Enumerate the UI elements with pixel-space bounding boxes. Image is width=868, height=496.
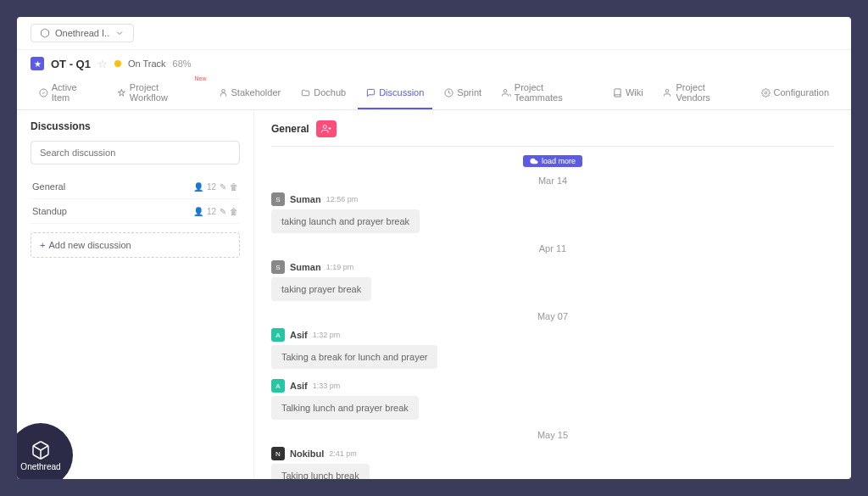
chevron-down-icon xyxy=(114,28,125,38)
user-plus-icon xyxy=(321,124,331,134)
discussion-item-standup[interactable]: Standup 👤12 ✎ 🗑 xyxy=(31,199,240,224)
folder-icon xyxy=(301,88,310,98)
chat-icon xyxy=(366,88,376,98)
discussion-item-general[interactable]: General 👤12 ✎ 🗑 xyxy=(31,175,240,199)
message: SSuman1:19 pm taking prayer break xyxy=(271,260,834,301)
workspace-name: Onethread I.. xyxy=(55,28,109,38)
delete-icon[interactable]: 🗑 xyxy=(230,182,238,192)
message-text: Taking lunch break xyxy=(271,464,370,479)
avatar: S xyxy=(271,192,285,206)
add-people-button[interactable] xyxy=(316,120,337,137)
load-more-button[interactable]: load more xyxy=(523,155,582,167)
date-divider: Apr 11 xyxy=(271,243,834,254)
project-header: ★ OT - Q1 ☆ On Track 68% xyxy=(17,50,851,74)
workflow-icon xyxy=(117,88,126,98)
channel-name: General xyxy=(271,123,309,135)
delete-icon[interactable]: 🗑 xyxy=(230,207,238,216)
avatar: A xyxy=(271,328,285,342)
tab-vendors[interactable]: Project Vendors xyxy=(655,77,749,109)
project-icon: ★ xyxy=(31,57,44,70)
main-panel: General load more Mar 14 SSuman12:56 pm … xyxy=(254,110,851,479)
edit-icon[interactable]: ✎ xyxy=(220,207,226,216)
gear-icon xyxy=(761,88,771,98)
avatar: S xyxy=(271,260,285,274)
svg-point-1 xyxy=(221,89,225,92)
message: SSuman12:56 pm taking launch and prayer … xyxy=(271,192,834,233)
sidebar: Discussions General 👤12 ✎ 🗑 Standup 👤12 … xyxy=(17,110,254,479)
date-divider: May 07 xyxy=(271,311,834,321)
tab-discussion[interactable]: Discussion xyxy=(358,77,432,109)
tab-stakeholder[interactable]: Stakeholder xyxy=(210,77,290,109)
tab-configuration[interactable]: Configuration xyxy=(753,77,837,109)
plus-icon: + xyxy=(40,240,45,250)
status-text: On Track xyxy=(128,59,166,69)
top-bar: Onethread I.. xyxy=(17,17,851,50)
tab-project-workflow[interactable]: Project WorkflowNew xyxy=(108,77,206,109)
message-time: 2:41 pm xyxy=(329,449,357,458)
svg-point-3 xyxy=(504,89,507,92)
status-dot xyxy=(114,60,121,67)
message-author: Suman xyxy=(290,262,321,272)
percent-text: 68% xyxy=(173,59,192,69)
tab-wiki[interactable]: Wiki xyxy=(604,77,652,109)
message-author: Asif xyxy=(290,330,308,340)
content: Discussions General 👤12 ✎ 🗑 Standup 👤12 … xyxy=(17,110,851,479)
message: AAsif1:32 pm Taking a break for lunch an… xyxy=(271,328,834,369)
message-text: taking launch and prayer break xyxy=(271,209,420,233)
date-divider: Mar 14 xyxy=(271,176,834,186)
brand-icon xyxy=(31,440,51,460)
channel-header: General xyxy=(271,120,834,147)
sidebar-title: Discussions xyxy=(31,120,240,132)
add-discussion-button[interactable]: +Add new discussion xyxy=(31,232,240,258)
avatar: N xyxy=(271,447,285,460)
message-text: taking prayer break xyxy=(271,277,371,301)
teammates-icon xyxy=(502,88,511,98)
svg-point-5 xyxy=(765,92,767,94)
check-circle-icon xyxy=(39,88,48,98)
message: NNokibul2:41 pm Taking lunch break xyxy=(271,447,834,479)
message-text: Talking lunch and prayer break xyxy=(271,396,419,420)
workspace-selector[interactable]: Onethread I.. xyxy=(31,24,134,42)
people-icon: 👤 xyxy=(193,207,203,216)
tab-sprint[interactable]: Sprint xyxy=(436,77,490,109)
message-author: Nokibul xyxy=(290,449,324,459)
edit-icon[interactable]: ✎ xyxy=(220,182,226,192)
project-title: OT - Q1 xyxy=(51,58,91,70)
message-author: Asif xyxy=(290,381,308,391)
book-icon xyxy=(613,88,622,98)
cloud-icon xyxy=(530,157,538,165)
svg-point-6 xyxy=(323,125,326,129)
new-badge: New xyxy=(194,75,206,81)
message-time: 1:19 pm xyxy=(326,263,354,271)
tab-teammates[interactable]: Project Teammates xyxy=(493,77,601,109)
svg-point-4 xyxy=(665,89,669,92)
tab-active-item[interactable]: Active Item xyxy=(31,77,105,109)
tab-dochub[interactable]: Dochub xyxy=(292,77,354,109)
message-time: 1:33 pm xyxy=(313,382,341,390)
star-icon[interactable]: ☆ xyxy=(97,58,108,70)
date-divider: May 15 xyxy=(271,430,834,440)
people-icon: 👤 xyxy=(193,182,203,192)
tabs: Active Item Project WorkflowNew Stakehol… xyxy=(17,74,851,110)
message: AAsif1:33 pm Talking lunch and prayer br… xyxy=(271,379,834,420)
message-text: Taking a break for lunch and prayer xyxy=(271,345,437,369)
workspace-icon xyxy=(40,28,50,38)
message-time: 1:32 pm xyxy=(313,331,341,339)
message-time: 12:56 pm xyxy=(326,195,359,203)
vendors-icon xyxy=(664,88,673,98)
brand-name: Onethread xyxy=(20,462,60,471)
message-author: Suman xyxy=(290,194,321,204)
search-input[interactable] xyxy=(31,141,240,164)
sprint-icon xyxy=(444,88,453,98)
stakeholder-icon xyxy=(219,88,228,98)
avatar: A xyxy=(271,379,285,393)
app-window: Onethread I.. ★ OT - Q1 ☆ On Track 68% A… xyxy=(17,17,851,479)
